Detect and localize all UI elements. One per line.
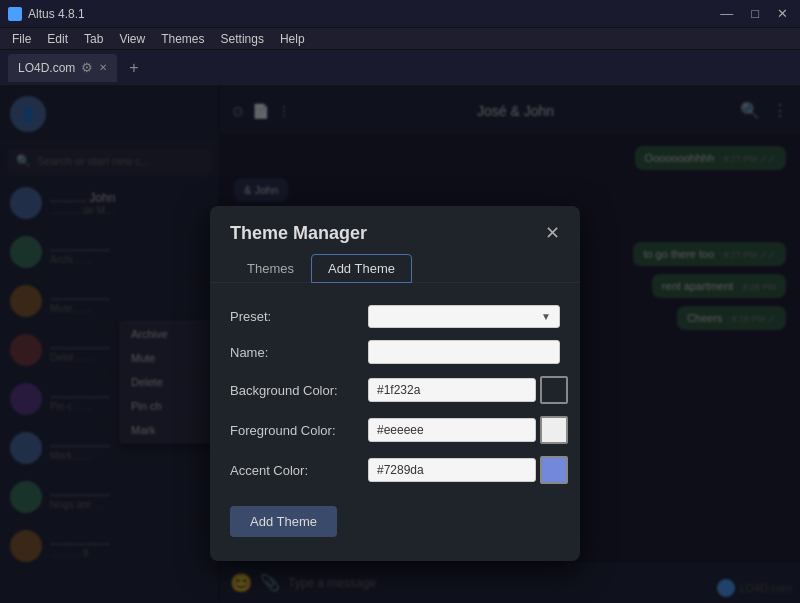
dialog-tabs: Themes Add Theme [210, 254, 580, 283]
name-label: Name: [230, 345, 360, 360]
app-area: 👤 🔍 Search or start new c... ……… John ……… [0, 86, 800, 603]
menu-view[interactable]: View [111, 28, 153, 49]
add-theme-button[interactable]: Add Theme [230, 506, 337, 537]
tab-themes[interactable]: Themes [230, 254, 311, 283]
accent-color-controls [368, 456, 568, 484]
menu-edit[interactable]: Edit [39, 28, 76, 49]
fg-color-row: Foreground Color: [210, 410, 580, 450]
bg-color-row: Background Color: [210, 370, 580, 410]
accent-color-swatch[interactable] [540, 456, 568, 484]
name-row: Name: [210, 334, 580, 370]
maximize-button[interactable]: □ [747, 6, 763, 21]
menu-tab[interactable]: Tab [76, 28, 111, 49]
fg-color-input[interactable] [368, 418, 536, 442]
fg-color-swatch[interactable] [540, 416, 568, 444]
tab-label: LO4D.com [18, 61, 75, 75]
menu-bar: File Edit Tab View Themes Settings Help [0, 28, 800, 50]
bg-color-controls [368, 376, 568, 404]
add-tab-button[interactable]: + [123, 57, 144, 79]
dropdown-arrow-icon: ▼ [541, 311, 551, 322]
bg-color-input[interactable] [368, 378, 536, 402]
bg-color-label: Background Color: [230, 383, 360, 398]
theme-manager-dialog: Theme Manager ✕ Themes Add Theme Preset:… [210, 206, 580, 561]
window-controls: — □ ✕ [716, 6, 792, 21]
tab-lo4d[interactable]: LO4D.com ⚙ ✕ [8, 54, 117, 82]
menu-themes[interactable]: Themes [153, 28, 212, 49]
accent-color-row: Accent Color: [210, 450, 580, 490]
title-bar-left: Altus 4.8.1 [8, 7, 85, 21]
fg-color-label: Foreground Color: [230, 423, 360, 438]
tab-bar: LO4D.com ⚙ ✕ + [0, 50, 800, 86]
bg-color-swatch[interactable] [540, 376, 568, 404]
dialog-close-button[interactable]: ✕ [545, 222, 560, 244]
accent-color-label: Accent Color: [230, 463, 360, 478]
minimize-button[interactable]: — [716, 6, 737, 21]
name-input[interactable] [368, 340, 560, 364]
tab-close-icon[interactable]: ✕ [99, 62, 107, 73]
preset-row: Preset: ▼ [210, 299, 580, 334]
fg-color-controls [368, 416, 568, 444]
tab-add-theme[interactable]: Add Theme [311, 254, 412, 283]
dialog-header: Theme Manager ✕ [210, 206, 580, 254]
preset-label: Preset: [230, 309, 360, 324]
menu-settings[interactable]: Settings [213, 28, 272, 49]
close-button[interactable]: ✕ [773, 6, 792, 21]
preset-dropdown[interactable]: ▼ [368, 305, 560, 328]
title-bar: Altus 4.8.1 — □ ✕ [0, 0, 800, 28]
menu-help[interactable]: Help [272, 28, 313, 49]
menu-file[interactable]: File [4, 28, 39, 49]
accent-color-input[interactable] [368, 458, 536, 482]
dialog-title: Theme Manager [230, 223, 367, 244]
app-title: Altus 4.8.1 [28, 7, 85, 21]
tab-gear-icon[interactable]: ⚙ [81, 60, 93, 75]
app-icon [8, 7, 22, 21]
